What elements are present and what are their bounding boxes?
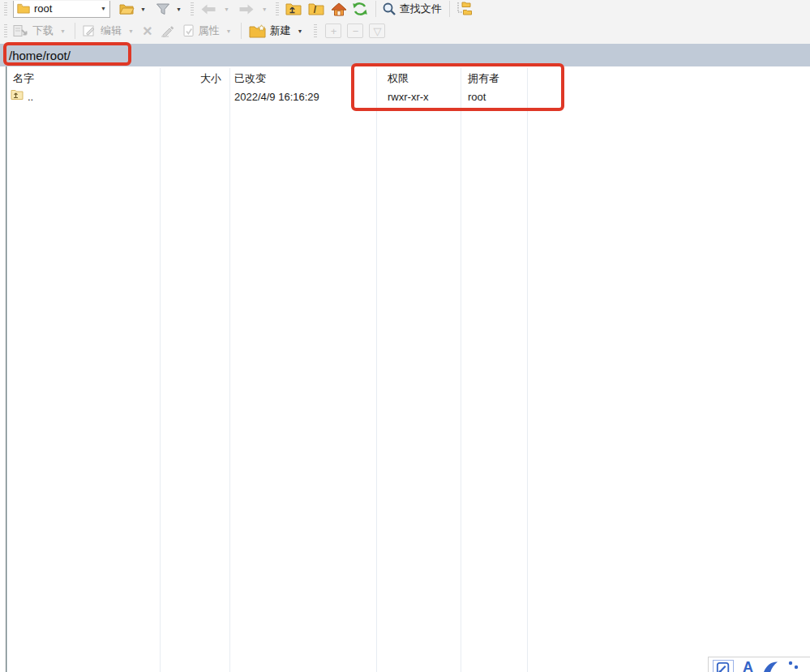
red-highlight-box-path bbox=[3, 42, 131, 66]
remove-from-selection-button[interactable]: − bbox=[347, 24, 363, 38]
find-files-label: 查找文件 bbox=[400, 2, 442, 16]
toolbar-separator bbox=[241, 23, 242, 39]
directory-tree-button[interactable] bbox=[456, 2, 474, 16]
forward-arrow-icon bbox=[238, 4, 255, 15]
rename-pencil-icon bbox=[161, 24, 176, 37]
text-tool-button[interactable]: A bbox=[743, 660, 753, 672]
parent-folder-icon bbox=[285, 2, 302, 15]
parent-folder-up-icon bbox=[11, 89, 24, 101]
funnel-icon bbox=[156, 3, 170, 15]
refresh-icon bbox=[352, 2, 368, 16]
minus-icon: − bbox=[353, 25, 359, 37]
download-label: 下载 bbox=[32, 24, 54, 38]
properties-label: 属性 bbox=[199, 24, 220, 38]
chevron-down-icon[interactable]: ▼ bbox=[60, 28, 66, 34]
properties-button[interactable]: 属性 ▼ bbox=[182, 24, 232, 38]
column-header-name[interactable]: 名字 bbox=[13, 71, 34, 86]
edit-label: 编辑 bbox=[101, 24, 122, 38]
session-combo[interactable]: root ▼ bbox=[13, 1, 110, 18]
new-label: 新建 bbox=[270, 24, 291, 38]
edit-button[interactable]: 编辑 ▼ bbox=[83, 24, 134, 38]
column-separator[interactable] bbox=[376, 68, 377, 672]
toolbar-grip[interactable] bbox=[4, 24, 7, 37]
session-combo-value: root bbox=[34, 2, 96, 15]
rectangle-pen-icon bbox=[716, 661, 731, 672]
toolbar-grip[interactable] bbox=[276, 2, 279, 15]
toolbar-main: root ▼ ▼ ▼ ▼ ▼ bbox=[0, 0, 810, 18]
plus-icon: + bbox=[331, 25, 337, 37]
parent-directory-button[interactable] bbox=[285, 2, 302, 15]
rectangle-tool-button[interactable] bbox=[713, 660, 734, 672]
download-icon bbox=[13, 24, 29, 38]
select-by-filter-button[interactable]: ▽ bbox=[369, 24, 385, 38]
text-tool-icon: A bbox=[743, 659, 753, 672]
toolbar-separator bbox=[375, 1, 376, 17]
toolbar-commands: 下载 ▼ 编辑 ▼ × 属性 bbox=[0, 18, 810, 44]
mosaic-tool-button[interactable] bbox=[787, 660, 800, 672]
new-folder-icon bbox=[249, 24, 267, 38]
open-folder-icon bbox=[118, 2, 135, 15]
remote-file-panel: 名字 大小 已改变 权限 拥有者 .. 2022/4/9 16:16:29 rw… bbox=[0, 66, 810, 672]
forward-button[interactable]: ▼ bbox=[238, 4, 268, 15]
column-separator[interactable] bbox=[229, 68, 230, 672]
session-folder-icon bbox=[17, 3, 30, 14]
column-separator[interactable] bbox=[527, 68, 528, 672]
toolbar-separator bbox=[75, 23, 75, 39]
toolbar-grip[interactable] bbox=[4, 2, 7, 15]
file-name-cell[interactable]: .. bbox=[28, 91, 33, 103]
edit-icon bbox=[83, 24, 97, 37]
home-directory-button[interactable] bbox=[331, 2, 347, 16]
new-button[interactable]: 新建 ▼ bbox=[249, 24, 303, 38]
screenshot-annotation-toolbar: A bbox=[708, 657, 810, 672]
panel-border bbox=[6, 66, 6, 672]
root-slash-glyph: / bbox=[314, 4, 316, 15]
chevron-down-icon[interactable]: ▼ bbox=[101, 6, 106, 11]
chevron-down-icon[interactable]: ▼ bbox=[226, 28, 232, 34]
chevron-down-icon[interactable]: ▼ bbox=[176, 6, 182, 12]
column-separator[interactable] bbox=[160, 68, 161, 672]
chevron-down-icon[interactable]: ▼ bbox=[262, 6, 268, 12]
search-icon bbox=[382, 2, 396, 16]
back-button[interactable]: ▼ bbox=[200, 4, 229, 15]
toolbar-separator bbox=[449, 1, 450, 17]
triangle-down-icon: ▽ bbox=[373, 25, 381, 37]
chevron-down-icon[interactable]: ▼ bbox=[140, 6, 146, 12]
properties-icon bbox=[182, 24, 195, 37]
chevron-down-icon[interactable]: ▼ bbox=[224, 6, 229, 12]
folder-tree-icon bbox=[456, 2, 474, 16]
mosaic-dots-icon bbox=[787, 660, 800, 672]
chevron-down-icon[interactable]: ▼ bbox=[128, 28, 134, 34]
file-changed-cell[interactable]: 2022/4/9 16:16:29 bbox=[234, 91, 319, 103]
winscp-remote-panel-window: root ▼ ▼ ▼ ▼ ▼ bbox=[0, 0, 810, 672]
column-header-size[interactable]: 大小 bbox=[160, 71, 221, 86]
column-separator[interactable] bbox=[461, 68, 461, 672]
refresh-button[interactable] bbox=[352, 2, 368, 16]
rename-button[interactable] bbox=[161, 24, 176, 37]
filter-button[interactable]: ▼ bbox=[156, 3, 182, 15]
brush-icon bbox=[762, 660, 778, 672]
home-icon bbox=[331, 2, 347, 16]
open-directory-button[interactable]: ▼ bbox=[118, 2, 146, 15]
delete-icon: × bbox=[143, 23, 152, 39]
download-button[interactable]: 下载 ▼ bbox=[13, 24, 66, 38]
red-highlight-box-rights-owner bbox=[351, 63, 564, 111]
add-to-selection-button[interactable]: + bbox=[325, 24, 341, 38]
root-directory-button[interactable]: / bbox=[308, 2, 324, 15]
back-arrow-icon bbox=[200, 4, 216, 15]
toolbar-grip[interactable] bbox=[191, 2, 194, 15]
brush-tool-button[interactable] bbox=[762, 660, 778, 672]
delete-button[interactable]: × bbox=[143, 23, 152, 39]
column-header-changed[interactable]: 已改变 bbox=[234, 71, 266, 86]
toolbar-grip[interactable] bbox=[314, 24, 317, 37]
find-files-button[interactable]: 查找文件 bbox=[382, 2, 442, 16]
chevron-down-icon[interactable]: ▼ bbox=[298, 28, 303, 34]
